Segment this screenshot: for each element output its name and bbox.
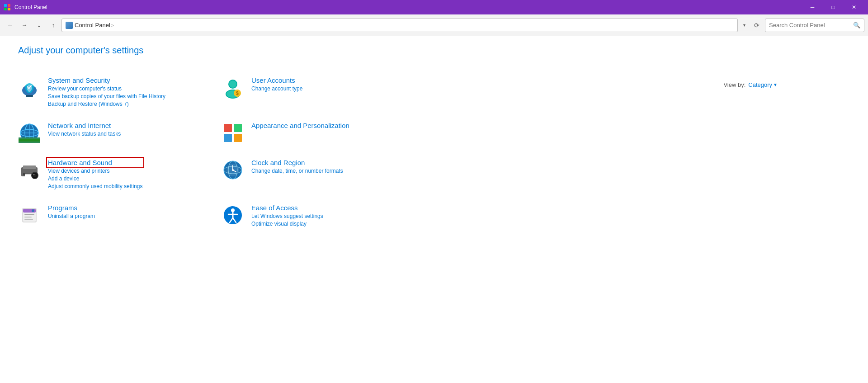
system-security-link-1[interactable]: Review your computer's status <box>48 85 165 92</box>
search-input[interactable] <box>769 22 851 28</box>
main-content: Adjust your computer's settings View by:… <box>0 36 868 243</box>
path-icon <box>66 22 73 29</box>
category-appearance: Appearance and Personalization <box>222 114 425 151</box>
programs-link-1[interactable]: Uninstall a program <box>48 213 95 219</box>
view-by: View by: Category ▼ <box>723 81 778 88</box>
search-icon: 🔍 <box>853 22 860 28</box>
hardware-sound-link-2[interactable]: Add a device <box>48 175 142 182</box>
svg-rect-49 <box>24 219 33 220</box>
address-path: Control Panel > <box>75 22 114 28</box>
svg-point-46 <box>32 209 34 212</box>
category-clock-region: Clock and Region Change date, time, or n… <box>222 151 425 197</box>
view-by-chevron-icon: ▼ <box>773 82 778 87</box>
system-security-link-2[interactable]: Save backup copies of your files with Fi… <box>48 93 165 99</box>
svg-rect-1 <box>8 4 10 7</box>
address-dropdown[interactable]: ▾ <box>740 19 749 32</box>
svg-text:$: $ <box>236 91 239 96</box>
svg-point-9 <box>229 80 236 88</box>
ease-of-access-icon <box>222 204 244 227</box>
category-programs: Programs Uninstall a program <box>18 197 222 234</box>
category-system-security: System and Security Review your computer… <box>18 69 222 114</box>
svg-rect-23 <box>234 124 242 132</box>
category-hardware-sound: Hardware and Sound View devices and prin… <box>18 151 222 197</box>
svg-rect-2 <box>4 8 7 10</box>
titlebar-title: Control Panel <box>14 4 47 10</box>
ease-of-access-link-2[interactable]: Optimize visual display <box>251 221 323 227</box>
maximize-button[interactable]: □ <box>823 0 844 14</box>
app-icon <box>4 4 11 11</box>
page-title: Adjust your computer's settings <box>18 45 850 56</box>
svg-rect-22 <box>224 124 232 132</box>
forward-button[interactable]: → <box>18 19 31 32</box>
user-accounts-title[interactable]: User Accounts <box>251 76 302 84</box>
view-by-value-text: Category <box>748 81 772 88</box>
hardware-sound-link-3[interactable]: Adjust commonly used mobility settings <box>48 183 142 189</box>
programs-content: Programs Uninstall a program <box>48 204 95 219</box>
programs-icon <box>18 204 41 227</box>
hardware-sound-title[interactable]: Hardware and Sound <box>48 159 142 166</box>
view-by-value[interactable]: Category ▼ <box>748 81 778 88</box>
appearance-icon <box>222 122 244 144</box>
ease-of-access-title[interactable]: Ease of Access <box>251 204 323 212</box>
refresh-button[interactable]: ⟳ <box>750 19 763 32</box>
user-accounts-link-1[interactable]: Change account type <box>251 85 302 92</box>
svg-rect-47 <box>24 214 34 215</box>
programs-title[interactable]: Programs <box>48 204 95 212</box>
svg-rect-24 <box>224 134 232 142</box>
category-user-accounts: $ User Accounts Change account type <box>222 69 425 114</box>
ease-of-access-link-1[interactable]: Let Windows suggest settings <box>251 213 323 219</box>
up-button[interactable]: ↑ <box>47 19 60 32</box>
network-internet-title[interactable]: Network and Internet <box>48 122 121 129</box>
svg-rect-27 <box>23 165 36 169</box>
hardware-sound-link-1[interactable]: View devices and printers <box>48 168 142 174</box>
network-internet-icon <box>18 122 41 144</box>
categories-grid: System and Security Review your computer… <box>18 69 425 234</box>
svg-rect-6 <box>26 95 33 97</box>
back-button[interactable]: ← <box>4 19 16 32</box>
system-security-link-3[interactable]: Backup and Restore (Windows 7) <box>48 101 165 107</box>
system-security-title[interactable]: System and Security <box>48 76 165 84</box>
hardware-sound-content: Hardware and Sound View devices and prin… <box>48 159 142 189</box>
titlebar-left: Control Panel <box>4 4 47 11</box>
titlebar: Control Panel ─ □ ✕ <box>0 0 868 14</box>
appearance-content: Appearance and Personalization <box>251 122 349 129</box>
svg-rect-48 <box>24 217 32 218</box>
category-ease-of-access: Ease of Access Let Windows suggest setti… <box>222 197 425 234</box>
svg-rect-25 <box>234 134 242 142</box>
minimize-button[interactable]: ─ <box>802 0 823 14</box>
recent-button[interactable]: ⌄ <box>33 19 45 32</box>
address-box: Control Panel > <box>61 19 738 32</box>
addressbar: ← → ⌄ ↑ Control Panel > ▾ ⟳ 🔍 <box>0 14 868 36</box>
user-accounts-content: User Accounts Change account type <box>251 76 302 92</box>
hardware-sound-icon <box>18 159 41 181</box>
path-separator: > <box>111 23 114 28</box>
svg-rect-21 <box>19 139 40 142</box>
svg-point-42 <box>232 169 234 171</box>
path-root: Control Panel <box>75 22 110 28</box>
svg-rect-3 <box>8 8 10 10</box>
clock-region-icon <box>222 159 244 181</box>
ease-of-access-content: Ease of Access Let Windows suggest setti… <box>251 204 323 227</box>
svg-rect-0 <box>4 4 7 7</box>
system-security-icon <box>18 76 41 99</box>
appearance-title[interactable]: Appearance and Personalization <box>251 122 349 129</box>
search-box: 🔍 <box>765 19 864 32</box>
network-internet-content: Network and Internet View network status… <box>48 122 121 137</box>
svg-point-34 <box>33 174 35 175</box>
user-accounts-icon: $ <box>222 76 244 99</box>
category-network-internet: Network and Internet View network status… <box>18 114 222 151</box>
clock-region-link-1[interactable]: Change date, time, or number formats <box>251 168 343 174</box>
titlebar-controls: ─ □ ✕ <box>802 0 864 14</box>
close-button[interactable]: ✕ <box>844 0 864 14</box>
view-by-label: View by: <box>723 81 745 88</box>
clock-region-title[interactable]: Clock and Region <box>251 159 343 166</box>
system-security-content: System and Security Review your computer… <box>48 76 165 107</box>
clock-region-content: Clock and Region Change date, time, or n… <box>251 159 343 174</box>
network-internet-link-1[interactable]: View network status and tasks <box>48 131 121 137</box>
